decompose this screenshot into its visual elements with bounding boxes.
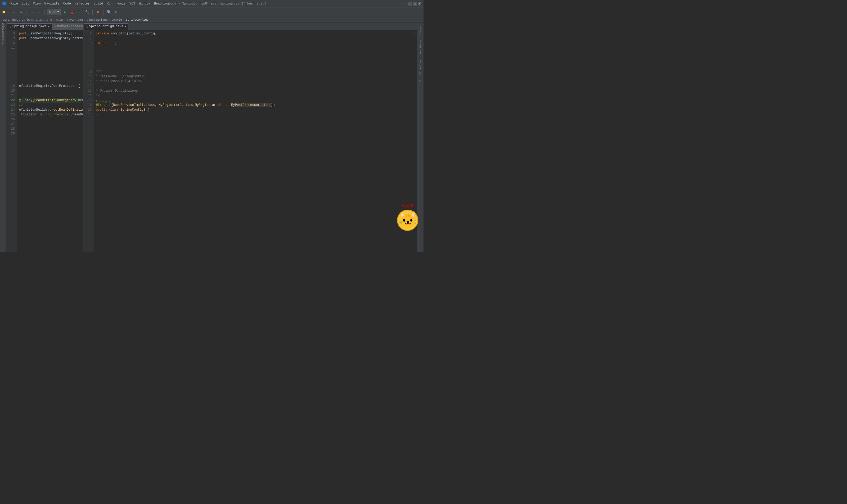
menu-window[interactable]: Window [137,1,152,6]
app-icon: 🔵 [2,1,6,6]
usages-label: 2 usages [96,99,110,104]
check-indicator: ✓ [413,31,415,36]
separator-5 [103,10,104,15]
title-bar: 🔵 File Edit View Navigate Code Refactor … [0,0,424,7]
left-code-lines: port.BeanDefinitionRegistry; port.BeanDe… [17,30,83,252]
menu-view[interactable]: View [32,1,42,6]
navigate-back-button[interactable]: ← [29,9,35,15]
run-with-coverage-button[interactable]: ⚡ [76,9,83,15]
config-name: App8 [49,10,56,14]
java-icon-r: ☕ [86,25,88,28]
bc-com[interactable]: com [77,18,83,21]
bc-config[interactable]: config [111,18,122,21]
redo-button[interactable]: ↪ [18,9,24,15]
maven-tab[interactable]: Maven [418,24,423,37]
right-line-numbers: 1 2 3 9 10 11 12 13 14 15 [83,30,94,252]
database-tab[interactable]: Database [418,38,423,56]
right-sidebar-panel: Maven Database Notifications [417,23,424,252]
menu-vcs[interactable]: VCS [128,1,137,6]
debug-button[interactable]: 🐞 [69,9,75,15]
navigate-forward-button[interactable]: → [36,9,42,15]
separator-2 [26,10,26,15]
menu-run[interactable]: Run [105,1,114,6]
separator-4 [92,10,93,15]
undo-button[interactable]: ↩ [10,9,17,15]
stop-button[interactable]: ■ [95,9,101,15]
java-icon: ☕ [10,25,12,28]
left-sidebar: Project Bookmarks Structure [0,23,6,252]
run-button[interactable]: ▶ [62,9,68,15]
bc-main[interactable]: main [56,18,63,21]
close-icon-r[interactable]: ✕ [124,24,126,29]
menu-edit[interactable]: Edit [20,1,31,6]
window-title: springboot - SpringConfig8.java [springb… [158,2,266,5]
close-icon[interactable]: ✕ [48,24,50,29]
menu-tools[interactable]: Tools [114,1,127,6]
run-config-selector[interactable]: App8 ▼ [47,9,60,15]
bc-root[interactable]: springboot_27_bean_init [3,18,43,21]
bc-class[interactable]: SpringConfig8 [126,18,148,21]
left-editor-panel: ☕ SpringConfig8.java ✕ ☕ MyPostProcessor… [6,23,83,252]
left-tab-mypostprocessor[interactable]: ☕ MyPostProcessor.java ✕ [52,23,83,30]
toolbar-icon-1: 📁 [2,10,6,14]
minimize-button[interactable]: – [408,2,412,5]
left-line-numbers: 8 9 10 11 19 20 21 22 [6,30,17,252]
separator-1 [8,10,8,15]
bc-pkg[interactable]: dingjiaxiong [87,18,107,21]
close-button[interactable]: ✕ [418,2,421,5]
left-code-content[interactable]: 8 9 10 11 19 20 21 22 [6,30,83,252]
right-editor-panel: ☕ SpringConfig8.java ✕ 1 2 3 [83,23,417,252]
notifications-tab[interactable]: Notifications [418,57,423,84]
search-button[interactable]: 🔍 [106,9,112,15]
left-tab-springconfig[interactable]: ☕ SpringConfig8.java ✕ [7,23,52,30]
menu-file[interactable]: File [9,1,20,6]
menu-build[interactable]: Build [92,1,105,6]
left-tab-bar: ☕ SpringConfig8.java ✕ ☕ MyPostProcessor… [6,23,83,30]
toolbar: 📁 ↩ ↪ ← → App8 ▼ ▶ 🐞 ⚡ 🔨 ■ 🔍 ⚙ [0,7,424,17]
maximize-button[interactable]: □ [413,2,417,5]
right-code-lines: package com.dingjiaxiong.config; import … [94,30,417,252]
separator-3 [44,10,45,15]
right-tab-springconfig[interactable]: ☕ SpringConfig8.java ✕ [84,23,128,30]
menu-bar[interactable]: File Edit View Navigate Code Refactor Bu… [9,1,163,6]
bc-src[interactable]: src [47,18,52,21]
right-code-content[interactable]: 1 2 3 9 10 11 12 13 14 15 [83,30,417,252]
breadcrumb: springboot_27_bean_init › src › main › j… [0,17,424,23]
menu-navigate[interactable]: Navigate [42,1,61,6]
build-button[interactable]: 🔨 [84,9,90,15]
menu-refactor[interactable]: Refactor [73,1,92,6]
chevron-down-icon: ▼ [57,11,59,14]
settings-button[interactable]: ⚙ [113,9,119,15]
bc-java[interactable]: java [67,18,74,21]
menu-code[interactable]: Code [62,1,73,6]
structure-icon[interactable]: Structure [1,37,6,42]
java-icon-2: ☕ [54,24,56,28]
right-tab-bar: ☕ SpringConfig8.java ✕ [83,23,417,30]
